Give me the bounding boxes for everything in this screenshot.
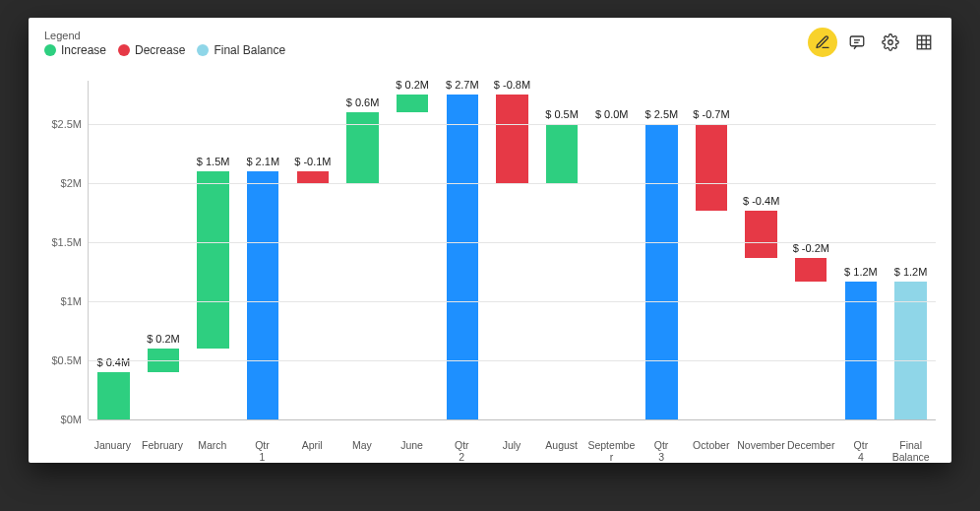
bar-value-label: $ 0.2M xyxy=(388,79,438,91)
chart-column: $ 0.2M xyxy=(139,95,189,419)
bar-value-label: $ 2.1M xyxy=(238,156,288,167)
x-tick-label: FinalBalance xyxy=(886,435,936,463)
legend-label: Decrease xyxy=(135,43,185,57)
y-tick-label: $0M xyxy=(61,414,82,425)
chart-card: Legend IncreaseDecreaseFinal Balance $0M… xyxy=(29,18,951,463)
bar-value-label: $ -0.1M xyxy=(288,156,338,167)
bar-value-label: $ 0.2M xyxy=(139,333,189,345)
edit-button[interactable] xyxy=(808,28,837,57)
x-tick-label: Qtr3 xyxy=(637,435,687,463)
bar-decrease[interactable] xyxy=(795,258,827,282)
legend-label: Increase xyxy=(61,43,106,57)
bar-decrease[interactable] xyxy=(496,95,527,183)
plot-area: $ 0.4M$ 0.2M$ 1.5M$ 2.1M$ -0.1M$ 0.6M$ 0… xyxy=(88,81,936,419)
y-tick-label: $2.5M xyxy=(51,118,82,130)
bar-value-label: $ 0.5M xyxy=(537,108,587,120)
x-tick-label: December xyxy=(786,435,836,463)
bar-total[interactable] xyxy=(447,95,478,419)
x-tick-label: Qtr1 xyxy=(237,435,287,463)
legend-item[interactable]: Final Balance xyxy=(197,43,285,57)
bar-value-label: $ 0.6M xyxy=(337,96,388,108)
bar-total[interactable] xyxy=(247,171,278,419)
chart-column: $ 0.4M xyxy=(89,95,139,419)
gridline xyxy=(89,360,936,361)
edit-icon xyxy=(815,34,830,50)
gridline xyxy=(89,183,936,184)
gridline xyxy=(89,301,936,302)
bar-value-label: $ 0.4M xyxy=(89,356,139,368)
bar-decrease[interactable] xyxy=(297,171,329,183)
chart-column: $ -0.4M xyxy=(736,95,786,419)
bar-increase[interactable] xyxy=(397,95,428,112)
chart-area: $0M$0.5M$1M$1.5M$2M$2.5M $ 0.4M$ 0.2M$ 1… xyxy=(44,81,936,435)
legend-item[interactable]: Decrease xyxy=(118,43,185,57)
chart-toolbar xyxy=(808,28,938,57)
legend-swatch xyxy=(118,44,130,56)
chart-column: $ 1.5M xyxy=(188,95,238,419)
chart-column: $ 0.2M xyxy=(388,95,438,419)
x-tick-label: April xyxy=(287,435,337,463)
bar-value-label: $ 0.0M xyxy=(586,108,637,120)
bar-increase[interactable] xyxy=(97,372,129,419)
x-tick-label: January xyxy=(88,435,138,463)
bar-value-label: $ -0.4M xyxy=(736,195,786,207)
y-tick-label: $0.5M xyxy=(51,354,82,366)
x-tick-label: March xyxy=(187,435,237,463)
x-tick-label: October xyxy=(686,435,736,463)
x-tick-label: Qtr2 xyxy=(437,435,487,463)
x-tick-label: August xyxy=(536,435,586,463)
x-tick-label: February xyxy=(138,435,188,463)
y-tick-label: $1.5M xyxy=(51,236,82,248)
svg-rect-4 xyxy=(917,35,931,49)
bar-value-label: $ 1.5M xyxy=(188,156,238,167)
chart-column: $ 0.5M xyxy=(537,95,587,419)
grid-view-button[interactable] xyxy=(910,29,938,56)
bar-increase[interactable] xyxy=(197,171,228,349)
chart-column: $ -0.8M xyxy=(487,95,537,419)
bar-value-label: $ -0.2M xyxy=(786,242,836,254)
x-tick-label: November xyxy=(736,435,786,463)
legend-title: Legend xyxy=(44,30,936,41)
legend-swatch xyxy=(197,44,209,56)
x-tick-label: Qtr4 xyxy=(836,435,887,463)
legend-label: Final Balance xyxy=(214,43,285,57)
bar-value-label: $ 2.7M xyxy=(437,79,487,91)
x-tick-label: June xyxy=(387,435,437,463)
gridline xyxy=(89,419,936,420)
chart-column: $ 2.7M xyxy=(437,95,487,419)
settings-button[interactable] xyxy=(877,29,904,56)
chart-column: $ -0.1M xyxy=(288,95,338,419)
chart-column: $ -0.7M xyxy=(687,95,737,419)
bar-total[interactable] xyxy=(645,124,677,419)
gridline xyxy=(89,124,936,125)
x-tick-label: September xyxy=(586,435,637,463)
bar-value-label: $ 2.5M xyxy=(637,108,687,120)
legend-item[interactable]: Increase xyxy=(44,43,106,57)
comment-button[interactable] xyxy=(843,29,871,56)
bar-value-label: $ -0.8M xyxy=(487,79,537,91)
legend: Legend IncreaseDecreaseFinal Balance xyxy=(44,30,936,57)
gridline xyxy=(89,242,936,243)
chart-column: $ 0.6M xyxy=(337,95,388,419)
gear-icon xyxy=(882,33,899,51)
svg-point-3 xyxy=(888,40,893,45)
chart-column: $ 0.0M xyxy=(586,95,637,419)
x-tick-label: July xyxy=(487,435,537,463)
bar-value-label: $ -0.7M xyxy=(687,108,737,120)
y-tick-label: $2M xyxy=(61,177,82,189)
chart-column: $ 1.2M xyxy=(836,95,887,419)
bar-increase[interactable] xyxy=(346,112,378,183)
y-tick-label: $1M xyxy=(61,295,82,307)
bar-increase[interactable] xyxy=(546,124,578,183)
legend-swatch xyxy=(44,44,56,56)
bar-value-label: $ 1.2M xyxy=(836,266,887,278)
x-tick-label: May xyxy=(337,435,388,463)
chart-column: $ 1.2M xyxy=(886,95,936,419)
chart-column: $ 2.1M xyxy=(238,95,288,419)
bar-decrease[interactable] xyxy=(745,211,776,258)
svg-rect-0 xyxy=(850,36,864,46)
chart-column: $ -0.2M xyxy=(786,95,836,419)
x-axis: JanuaryFebruaryMarchQtr1AprilMayJuneQtr2… xyxy=(88,435,936,463)
bar-decrease[interactable] xyxy=(696,124,727,211)
y-axis: $0M$0.5M$1M$1.5M$2M$2.5M xyxy=(44,81,88,419)
